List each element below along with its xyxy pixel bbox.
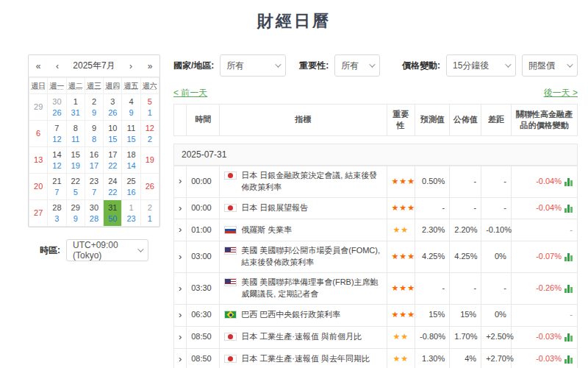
- bar-chart-icon[interactable]: [564, 333, 573, 342]
- calendar-day[interactable]: 283: [48, 200, 66, 227]
- calendar-day[interactable]: 27: [29, 200, 48, 227]
- day-number: 23: [85, 175, 103, 188]
- actual-value: 2.20%: [450, 219, 481, 241]
- price-change-cell: -0.03%: [511, 348, 577, 368]
- calendar-month-title[interactable]: 2025年7月: [67, 60, 121, 72]
- calendar-day[interactable]: 2516: [122, 174, 140, 200]
- calendar-day[interactable]: 6: [29, 121, 48, 147]
- calendar-day[interactable]: 1722: [104, 147, 122, 174]
- day-event-count: 12: [48, 160, 65, 171]
- expand-chevron-icon[interactable]: ›: [174, 348, 187, 368]
- time-window-select[interactable]: 15分鐘後: [446, 54, 516, 77]
- expand-chevron-icon[interactable]: ›: [174, 219, 187, 241]
- table-header-row: 時間 指標 重要性 預測值 公佈值 差距 關聯性高金融產品的價格變動: [174, 105, 578, 136]
- expand-chevron-icon[interactable]: ›: [174, 197, 187, 219]
- event-row: ›00:00日本 日銀展望報告★★★----0.04%: [174, 197, 578, 219]
- timezone-row: 時區: UTC+09:00 (Tokyo): [28, 239, 160, 261]
- bar-chart-icon[interactable]: [564, 204, 573, 213]
- calendar-day[interactable]: 1412: [48, 147, 66, 174]
- calendar-day[interactable]: 29: [29, 94, 48, 121]
- calendar-day[interactable]: 3150: [104, 200, 122, 227]
- calendar-header: « ‹ 2025年7月 › »: [29, 55, 159, 77]
- day-number: 2: [141, 202, 159, 214]
- price-type-select[interactable]: 開盤價: [522, 54, 578, 77]
- calendar-day[interactable]: 217: [48, 174, 66, 200]
- day-event-count: 14: [122, 160, 140, 171]
- prev-year-button[interactable]: «: [29, 55, 48, 77]
- day-number: 22: [67, 175, 85, 188]
- importance-cell: ★★★: [387, 273, 415, 305]
- bar-chart-icon[interactable]: [564, 355, 573, 364]
- calendar-day[interactable]: 26: [140, 174, 159, 200]
- day-event-count: 5: [67, 187, 85, 198]
- day-number: 25: [122, 175, 140, 188]
- forecast-value: 4.25%: [415, 241, 450, 273]
- day-event-count: 7: [48, 187, 65, 198]
- calendar-day[interactable]: 1519: [66, 147, 85, 174]
- calendar-day[interactable]: 3026: [48, 94, 66, 121]
- expand-chevron-icon[interactable]: ›: [174, 273, 187, 305]
- calendar-day[interactable]: 712: [48, 121, 66, 147]
- forecast-value: -0.80%: [415, 326, 450, 348]
- gap-value: -: [481, 273, 512, 305]
- calendar-day[interactable]: 13: [29, 147, 48, 174]
- importance-stars: ★★★: [392, 310, 416, 319]
- region-select[interactable]: 所有: [220, 54, 286, 77]
- calendar-day[interactable]: 123: [122, 200, 140, 227]
- calendar-day[interactable]: 20: [29, 174, 48, 200]
- day-event-count: 22: [104, 187, 121, 198]
- prev-day-link[interactable]: < 前一天: [173, 87, 207, 99]
- calendar-day[interactable]: 29: [85, 94, 103, 121]
- day-number: 14: [48, 149, 65, 161]
- bar-chart-icon[interactable]: [564, 252, 573, 261]
- next-month-button[interactable]: ›: [121, 55, 140, 77]
- bar-chart-icon[interactable]: [564, 177, 573, 186]
- price-change-cell: -0.07%: [511, 241, 577, 273]
- event-row: ›08:50日本 工業生產·速報值 與前個月比★★-0.80%1.70%+2.5…: [174, 326, 578, 348]
- calendar-day[interactable]: 1814: [122, 147, 140, 174]
- expand-chevron-icon[interactable]: ›: [174, 326, 187, 348]
- timezone-select[interactable]: UTC+09:00 (Tokyo): [66, 239, 148, 261]
- expand-chevron-icon[interactable]: ›: [174, 305, 187, 327]
- event-label: 俄羅斯 失業率: [241, 224, 292, 236]
- calendar-day[interactable]: 1015: [104, 121, 122, 147]
- usa-flag-icon: [224, 247, 237, 255]
- calendar-day[interactable]: 98: [85, 121, 103, 147]
- calendar-day[interactable]: 21: [140, 200, 159, 227]
- calendar-day[interactable]: 19: [140, 147, 159, 174]
- expand-chevron-icon[interactable]: ›: [174, 166, 187, 197]
- calendar-day[interactable]: 299: [66, 200, 85, 227]
- calendar-day[interactable]: 122: [140, 121, 159, 147]
- day-event-count: 9: [67, 213, 85, 224]
- next-day-link[interactable]: 後一天 >: [544, 87, 578, 99]
- timezone-label: 時區:: [40, 244, 60, 257]
- calendar-day[interactable]: 225: [66, 174, 85, 200]
- calendar-day[interactable]: 3028: [85, 200, 103, 227]
- calendar-day[interactable]: 1115: [122, 121, 140, 147]
- calendar-day[interactable]: 1617: [85, 147, 103, 174]
- expand-chevron-icon[interactable]: ›: [174, 241, 187, 273]
- bar-chart-icon[interactable]: [564, 284, 573, 293]
- actual-value: -: [450, 197, 481, 219]
- calendar-day[interactable]: 326: [104, 94, 122, 121]
- weekday-header: 週四: [104, 78, 122, 94]
- date-group-band: 2025-07-31: [173, 144, 578, 166]
- filter-bar: 國家/地區: 所有 重要性: 所有 價格變動: 15分鐘後: [173, 54, 578, 77]
- actual-value: -: [450, 166, 481, 197]
- day-number: 21: [48, 175, 65, 188]
- next-year-button[interactable]: »: [140, 55, 159, 77]
- calendar-day[interactable]: 811: [66, 121, 85, 147]
- calendar-day[interactable]: 51: [140, 94, 159, 121]
- calendar: « ‹ 2025年7月 › » 週日 週一 週二 週三 週四 週五 週六: [28, 54, 160, 227]
- calendar-day[interactable]: 49: [122, 94, 140, 121]
- calendar-day[interactable]: 131: [66, 94, 85, 121]
- price-type-select-value: 開盤價: [528, 60, 555, 72]
- chevron-down-icon: [505, 61, 511, 67]
- calendar-day[interactable]: 237: [85, 174, 103, 200]
- importance-stars: ★★★: [392, 203, 416, 212]
- prev-month-button[interactable]: ‹: [48, 55, 67, 77]
- calendar-day[interactable]: 2422: [104, 174, 122, 200]
- importance-select[interactable]: 所有: [334, 54, 380, 77]
- importance-select-value: 所有: [341, 60, 359, 72]
- day-event-count: 3: [48, 213, 65, 224]
